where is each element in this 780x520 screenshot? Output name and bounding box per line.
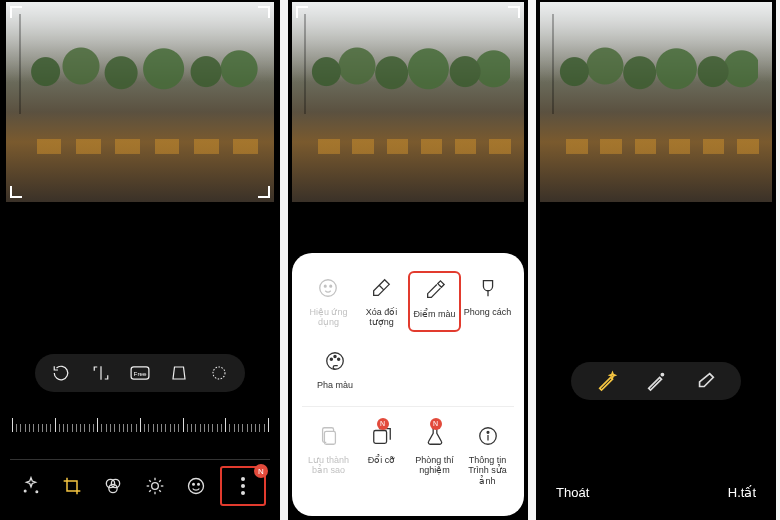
- eraser-button[interactable]: [692, 367, 720, 395]
- popup-divider: [302, 406, 514, 407]
- svg-point-19: [188, 479, 203, 494]
- svg-rect-35: [373, 430, 386, 443]
- svg-point-4: [213, 367, 225, 379]
- more-menu-popup: Hiệu ứng dụng Xóa đối tượng Điểm màu Pho…: [292, 253, 524, 516]
- svg-point-21: [197, 484, 199, 486]
- crop-handle-tl[interactable]: [10, 6, 22, 18]
- new-badge: N: [254, 464, 268, 478]
- panel-left: Free N: [0, 0, 280, 520]
- svg-point-23: [241, 484, 245, 488]
- popup-row-1: Hiệu ứng dụng Xóa đối tượng Điểm màu Pho…: [302, 271, 514, 332]
- crop-handle-bl[interactable]: [10, 186, 22, 198]
- svg-point-9: [109, 484, 117, 492]
- svg-point-27: [330, 285, 332, 287]
- divider: [10, 459, 270, 460]
- transform-toolbar: Free: [35, 354, 245, 392]
- menu-label: Hiệu ứng dụng: [304, 307, 353, 328]
- preview-image[interactable]: [292, 2, 524, 202]
- perspective-icon[interactable]: [166, 360, 192, 386]
- bottom-toolbar: N: [8, 466, 272, 506]
- svg-line-16: [159, 490, 161, 492]
- rotate-icon[interactable]: [48, 360, 74, 386]
- eraser-icon: [368, 275, 394, 301]
- svg-point-32: [334, 355, 336, 357]
- panel-right: Thoát H.tất: [536, 0, 776, 520]
- brightness-icon[interactable]: [138, 469, 172, 503]
- crop-handle-tr[interactable]: [508, 6, 520, 18]
- more-button[interactable]: N: [220, 466, 266, 506]
- sticker-icon[interactable]: [179, 469, 213, 503]
- edit-tool-pill: [571, 362, 741, 400]
- wand-auto-button[interactable]: [593, 367, 621, 395]
- svg-line-15: [149, 480, 151, 482]
- palette-icon: [322, 348, 348, 374]
- done-button[interactable]: H.tất: [728, 485, 756, 500]
- popup-row-3: Lưu thành bản sao N Đổi cỡ N Phòng thí n…: [302, 419, 514, 490]
- svg-point-20: [192, 484, 194, 486]
- brush-icon: [475, 275, 501, 301]
- svg-point-33: [338, 358, 340, 360]
- preview-image[interactable]: [6, 2, 274, 202]
- svg-line-18: [159, 480, 161, 482]
- crop-handle-br[interactable]: [258, 186, 270, 198]
- face-icon: [315, 275, 341, 301]
- info-icon: [475, 423, 501, 449]
- menu-label: Thông tin Trình sửa ảnh: [463, 455, 512, 486]
- svg-point-38: [487, 431, 489, 433]
- menu-label: Điểm màu: [413, 309, 455, 319]
- menu-label: Phòng thí nghiệm: [410, 455, 459, 476]
- crop-handle-tl[interactable]: [296, 6, 308, 18]
- auto-enhance-icon[interactable]: [14, 469, 48, 503]
- svg-point-22: [241, 477, 245, 481]
- footer-actions: Thoát H.tất: [556, 485, 756, 500]
- filters-icon[interactable]: [96, 469, 130, 503]
- ratio-free-icon[interactable]: Free: [127, 360, 153, 386]
- menu-item-doi-co[interactable]: N Đổi cỡ: [355, 419, 408, 490]
- new-badge: N: [377, 418, 389, 430]
- eyedropper-icon: [422, 277, 448, 303]
- menu-label: Pha màu: [317, 380, 353, 390]
- svg-line-28: [380, 285, 385, 290]
- svg-point-5: [36, 491, 38, 493]
- crop-icon[interactable]: [55, 469, 89, 503]
- menu-item-pha-mau[interactable]: Pha màu: [308, 344, 362, 394]
- menu-item-hieu-ung[interactable]: Hiệu ứng dụng: [302, 271, 355, 332]
- svg-point-10: [151, 483, 158, 490]
- menu-item-luu-ban-sao[interactable]: Lưu thành bản sao: [302, 419, 355, 490]
- ellipse-icon[interactable]: [206, 360, 232, 386]
- svg-marker-3: [173, 367, 185, 379]
- wand-button[interactable]: [642, 367, 670, 395]
- preview-image[interactable]: [540, 2, 772, 202]
- menu-label: Lưu thành bản sao: [304, 455, 353, 476]
- popup-row-2: Pha màu: [302, 344, 514, 394]
- svg-point-31: [330, 358, 332, 360]
- menu-item-diem-mau[interactable]: Điểm màu: [408, 271, 461, 332]
- new-badge: N: [430, 418, 442, 430]
- svg-point-26: [325, 285, 327, 287]
- ratio-custom-icon[interactable]: [88, 360, 114, 386]
- svg-point-25: [320, 280, 337, 297]
- svg-text:Free: Free: [134, 370, 147, 377]
- panel-mid: Hiệu ứng dụng Xóa đối tượng Điểm màu Pho…: [288, 0, 528, 520]
- exit-button[interactable]: Thoát: [556, 485, 589, 500]
- svg-point-6: [24, 490, 26, 492]
- menu-label: Phong cách: [464, 307, 512, 317]
- svg-point-8: [112, 479, 120, 487]
- crop-handle-tr[interactable]: [258, 6, 270, 18]
- rotation-slider[interactable]: [10, 412, 270, 432]
- svg-line-17: [149, 490, 151, 492]
- menu-item-phong-thi-nghiem[interactable]: N Phòng thí nghiệm: [408, 419, 461, 490]
- more-icon: [241, 477, 245, 495]
- menu-item-thong-tin[interactable]: Thông tin Trình sửa ảnh: [461, 419, 514, 490]
- menu-label: Đổi cỡ: [368, 455, 396, 465]
- copy-icon: [316, 423, 342, 449]
- svg-point-39: [661, 373, 663, 375]
- svg-point-24: [241, 491, 245, 495]
- menu-item-phong-cach[interactable]: Phong cách: [461, 271, 514, 332]
- menu-item-xoa-doi-tuong[interactable]: Xóa đối tượng: [355, 271, 408, 332]
- menu-label: Xóa đối tượng: [357, 307, 406, 328]
